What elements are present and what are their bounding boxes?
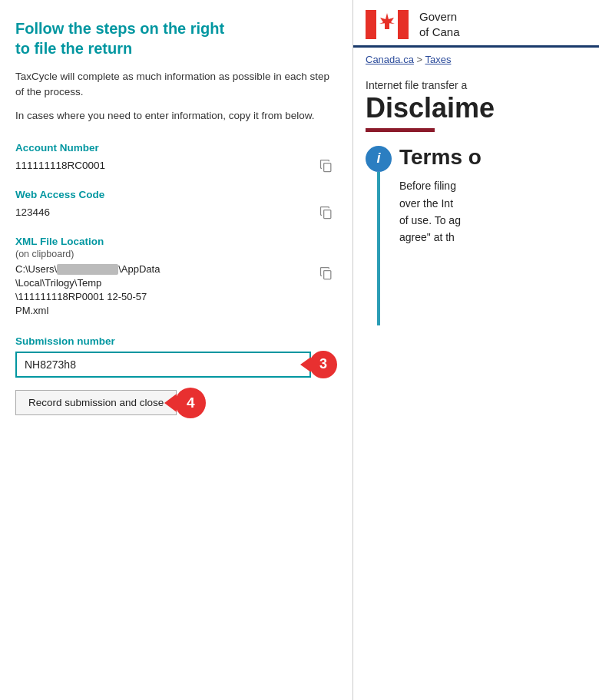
submission-section: Submission number 3 <box>15 335 337 378</box>
canada-flag <box>366 10 409 39</box>
redacted-username <box>57 264 118 275</box>
submission-row: 3 <box>15 351 337 378</box>
breadcrumb-taxes-link[interactable]: Taxes <box>425 54 451 65</box>
record-row: Record submission and close 4 <box>15 388 337 418</box>
intro-para1: TaxCycle will complete as much informati… <box>15 69 337 101</box>
wac-label: Web Access Code <box>15 189 337 200</box>
disclaimer-heading: Disclaime <box>366 93 587 124</box>
svg-rect-7 <box>385 23 389 29</box>
xml-location-block: XML File Location (on clipboard) C:\User… <box>15 236 337 319</box>
svg-rect-4 <box>398 10 409 39</box>
xml-copy-icon[interactable] <box>316 262 337 284</box>
intro-para2: In cases where you need to enter informa… <box>15 108 337 124</box>
red-underline <box>366 128 435 132</box>
wac-row: 123446 <box>15 202 337 223</box>
breadcrumb-canada-link[interactable]: Canada.ca <box>366 54 414 65</box>
account-number-row: 111111118RC0001 <box>15 155 337 177</box>
svg-rect-0 <box>324 163 331 171</box>
left-panel: Follow the steps on the right to file th… <box>0 0 353 700</box>
terms-text-block: Terms o Before filing over the Int of us… <box>399 144 587 246</box>
submission-number-input[interactable] <box>15 352 311 378</box>
svg-rect-2 <box>324 270 331 279</box>
info-circle-icon: i <box>366 146 392 172</box>
xml-label: XML File Location <box>15 236 337 247</box>
page-heading: Follow the steps on the right to file th… <box>15 18 337 58</box>
internet-file-label: Internet file transfer a <box>366 79 587 91</box>
right-panel: Govern of Cana Canada.ca > Taxes Interne… <box>353 0 599 700</box>
account-number-label: Account Number <box>15 142 337 154</box>
record-submission-button[interactable]: Record submission and close <box>15 390 177 415</box>
wac-copy-icon[interactable] <box>316 202 337 223</box>
breadcrumb: Canada.ca > Taxes <box>353 48 599 71</box>
terms-body: Before filing over the Int of use. To ag… <box>399 177 587 246</box>
badge-4: 4 <box>175 388 206 418</box>
wac-value: 123446 <box>15 206 316 218</box>
svg-rect-1 <box>324 210 331 218</box>
terms-heading: Terms o <box>399 144 587 170</box>
canada-wordmark: Govern of Cana <box>419 9 460 39</box>
timeline-bar: i <box>366 146 392 325</box>
xml-path-row: C:\Users\ \AppData \Local\Trilogy\Temp \… <box>15 262 337 319</box>
xml-subtext: (on clipboard) <box>15 249 337 259</box>
xml-path-value: C:\Users\ \AppData \Local\Trilogy\Temp \… <box>15 262 316 319</box>
submission-number-label: Submission number <box>15 335 337 347</box>
account-number-value: 111111118RC0001 <box>15 160 316 171</box>
breadcrumb-separator: > <box>417 54 425 65</box>
svg-rect-3 <box>366 10 376 39</box>
timeline-line <box>377 172 380 325</box>
right-content: Internet file transfer a Disclaime i Ter… <box>353 71 599 700</box>
account-copy-icon[interactable] <box>316 155 337 177</box>
canada-header: Govern of Cana <box>353 0 599 48</box>
badge-3: 3 <box>309 351 337 378</box>
terms-section: i Terms o Before filing over the Int of … <box>366 144 587 325</box>
submission-input-wrap <box>15 352 311 378</box>
